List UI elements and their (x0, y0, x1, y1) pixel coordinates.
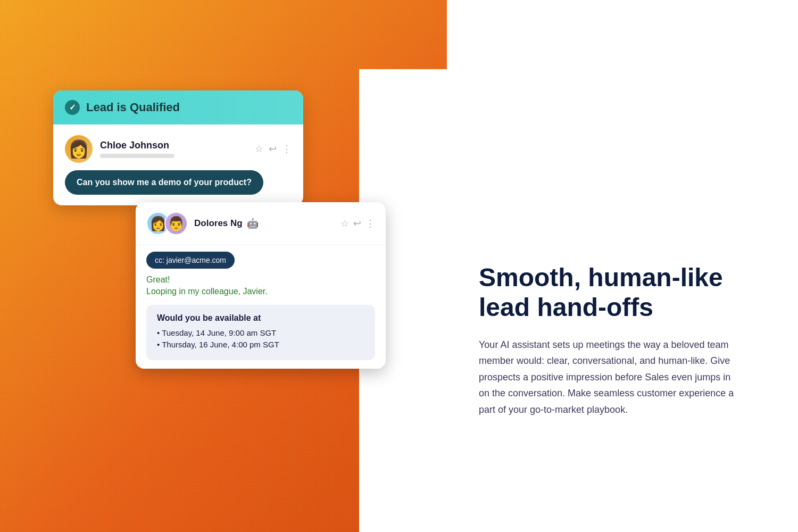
card-qualified-header: Lead is Qualified (53, 90, 303, 124)
bullet-1: • (157, 328, 162, 337)
contact-name-row: Dolores Ng 🤖 (194, 218, 334, 229)
card-qualified: Lead is Qualified Chloe Johnson ☆ ↩ ⋮ Ca… (53, 90, 303, 205)
meeting-title: Would you be available at (157, 313, 364, 323)
meeting-slot-2: • Thursday, 16 June, 4:00 pm SGT (157, 340, 364, 349)
contact-name-dolores: Dolores Ng (194, 218, 243, 229)
bullet-2: • (157, 340, 162, 349)
slot-1-text: Tuesday, 14 June, 9:00 am SGT (162, 328, 276, 337)
contact-info: Chloe Johnson (100, 140, 247, 158)
card-qualified-body: Chloe Johnson ☆ ↩ ⋮ Can you show me a de… (53, 124, 303, 205)
more-icon-2[interactable]: ⋮ (365, 218, 375, 229)
main-heading: Smooth, human-like lead hand-offs (479, 263, 766, 321)
star-icon-2[interactable]: ☆ (340, 218, 349, 229)
more-icon[interactable]: ⋮ (282, 143, 292, 155)
message-line1: Great! (146, 275, 375, 285)
message-line2: Looping in my colleague, Javier. (146, 287, 375, 296)
main-description: Your AI assistant sets up meetings the w… (479, 337, 734, 418)
reply-icon[interactable]: ↩ (269, 143, 277, 155)
card-email-thread: Dolores Ng 🤖 ☆ ↩ ⋮ cc: javier@acme.com G… (136, 202, 386, 369)
reply-icon-2[interactable]: ↩ (353, 218, 361, 229)
check-icon (65, 100, 80, 115)
contact-actions[interactable]: ☆ ↩ ⋮ (255, 143, 292, 155)
right-panel: Smooth, human-like lead hand-offs Your A… (447, 69, 798, 532)
cc-badge: cc: javier@acme.com (146, 252, 235, 269)
meeting-slot-1: • Tuesday, 14 June, 9:00 am SGT (157, 328, 364, 337)
meeting-box: Would you be available at • Tuesday, 14 … (146, 305, 375, 360)
slot-2-text: Thursday, 16 June, 4:00 pm SGT (162, 340, 279, 349)
avatar-javier (164, 212, 188, 235)
contact-name: Chloe Johnson (100, 140, 247, 151)
qualified-title: Lead is Qualified (86, 101, 180, 114)
left-panel: Lead is Qualified Chloe Johnson ☆ ↩ ⋮ Ca… (0, 0, 447, 532)
avatar (65, 135, 93, 163)
card-email-header: Dolores Ng 🤖 ☆ ↩ ⋮ (136, 202, 386, 245)
bot-icon: 🤖 (247, 218, 259, 229)
contact-bar-placeholder (100, 154, 174, 158)
card2-body: Great! Looping in my colleague, Javier. … (136, 273, 386, 369)
avatars-group (146, 212, 188, 235)
contact-row: Chloe Johnson ☆ ↩ ⋮ (65, 135, 292, 163)
card2-actions[interactable]: ☆ ↩ ⋮ (340, 218, 375, 229)
star-icon[interactable]: ☆ (255, 143, 263, 155)
demo-message-bubble: Can you show me a demo of your product? (65, 170, 263, 195)
